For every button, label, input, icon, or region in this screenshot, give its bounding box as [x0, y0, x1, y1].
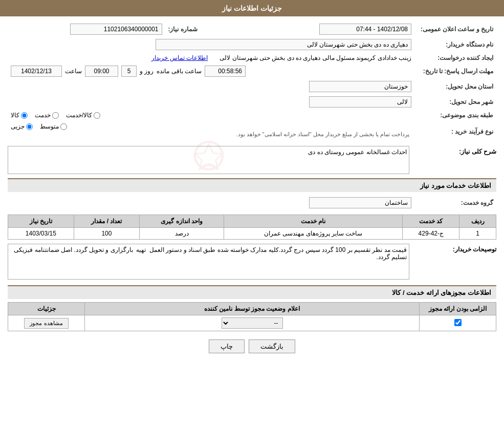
deadline-day-label: روز و	[140, 68, 154, 75]
process-minor-label: جزیی	[11, 123, 25, 130]
back-button[interactable]: بازگشت	[249, 339, 295, 353]
buyer-desc-label: توصیحات خریدار:	[414, 244, 496, 253]
service-group-value	[8, 195, 414, 210]
service-group-table: گروه خدمت:	[8, 195, 496, 210]
cell-row: 1	[459, 228, 496, 240]
col-date: تاریخ نیاز	[8, 215, 74, 228]
cell-qty: 100	[74, 228, 140, 240]
category-kala-label: کالا	[11, 112, 19, 119]
deadline-time-label: ساعت	[65, 68, 82, 75]
need-number-input	[70, 24, 162, 35]
perm-col-status: اعلام وضعیت مجوز توسط نامین کننده	[85, 303, 420, 315]
license-table: الزامی بودن ارائه مجوز اعلام وضعیت مجوز …	[8, 302, 496, 331]
category-kala: کالا	[11, 112, 28, 119]
deadline-date-input	[11, 66, 62, 77]
process-radio-medium[interactable]	[60, 123, 67, 130]
process-note: پرداخت تمام یا بخشی از مبلغ خریدار محل "…	[11, 131, 411, 138]
city-label: شهر محل تحویل:	[414, 94, 496, 110]
process-label: نوع فرآیند خرید :	[414, 121, 496, 142]
contact-link[interactable]: اطلاعات تماس خریدار	[151, 54, 208, 61]
col-name: نام خدمت	[224, 215, 402, 228]
page-container: جزئیات اطلاعات نیاز تاریخ و ساعت اعلان ع…	[0, 0, 504, 448]
col-code: کد خدمت	[403, 215, 459, 228]
perm-required-checkbox[interactable]	[454, 319, 462, 326]
perm-details-cell: مشاهده مجوز	[8, 315, 85, 331]
creator-value: زینب خدادادی کریموند مسئول مالی دهیاری د…	[220, 54, 411, 61]
need-number-value	[8, 22, 165, 37]
deadline-row: ساعت باقی مانده روز و ساعت	[8, 63, 414, 79]
buyer-desc-input[interactable]	[8, 244, 409, 280]
category-kala-khidmat: کالا/خدمت	[66, 112, 100, 119]
category-kala-khidmat-label: کالا/خدمت	[66, 112, 92, 119]
buyer-desc-container	[8, 244, 409, 281]
province-input	[309, 81, 411, 92]
services-grid: ردیف کد خدمت نام خدمت واحد اندازه گیری ت…	[8, 215, 496, 240]
page-header: جزئیات اطلاعات نیاز	[0, 0, 504, 16]
pub-date-value	[257, 22, 415, 37]
pub-date-label: تاریخ و ساعت اعلان عمومی:	[414, 22, 496, 37]
process-medium-label: متوسط	[40, 123, 59, 130]
info-table: تاریخ و ساعت اعلان عمومی: شماره نیاز: نا…	[8, 22, 496, 142]
view-license-button[interactable]: مشاهده مجوز	[24, 318, 68, 329]
perm-col-required: الزامی بودن ارائه مجوز	[420, 303, 496, 315]
cell-code: ج-42-429	[403, 228, 459, 240]
org-name-input	[156, 39, 411, 50]
perm-table-row: -- مشاهده مجوز	[8, 315, 496, 331]
process-medium: متوسط	[40, 123, 67, 130]
license-section-header: اطلاعات مجوزهای ارائه خدمت / کالا	[8, 285, 496, 299]
province-value	[8, 79, 414, 94]
process-row: متوسط جزیی پرداخت تمام یا بخشی از مبلغ خ…	[8, 121, 414, 142]
deadline-days-input	[121, 66, 137, 77]
process-minor: جزیی	[11, 123, 33, 130]
col-qty: تعداد / مقدار	[74, 215, 140, 228]
need-desc-container: document.querySelector('[data-name="need…	[8, 146, 409, 174]
page-title: جزئیات اطلاعات نیاز	[222, 4, 282, 12]
province-label: استان محل تحویل:	[414, 79, 496, 94]
deadline-remaining-input	[205, 66, 246, 77]
deadline-time-input	[85, 66, 118, 77]
category-label: طبقه بندی موضوعی:	[414, 110, 496, 121]
print-button[interactable]: چاپ	[209, 339, 245, 353]
creator-row: زینب خدادادی کریموند مسئول مالی دهیاری د…	[8, 52, 414, 63]
col-row: ردیف	[459, 215, 496, 228]
need-desc-input[interactable]	[8, 146, 409, 174]
org-name-value	[8, 37, 414, 52]
table-row: 1 ج-42-429 ساخت سایر پروژه‌های مهندسی عم…	[8, 228, 496, 240]
city-value	[8, 94, 414, 110]
perm-col-details: جزئیات	[8, 303, 85, 315]
process-radio-minor[interactable]	[26, 123, 33, 130]
need-desc-label: شرح کلی نیاز:	[414, 146, 496, 155]
service-group-input	[309, 197, 411, 208]
category-radio-kala[interactable]	[21, 112, 28, 119]
perm-status-select[interactable]: --	[222, 317, 283, 329]
service-group-label: گروه خدمت:	[414, 195, 496, 210]
category-radio-kala-khidmat[interactable]	[94, 112, 100, 119]
need-number-label: شماره نیاز:	[165, 22, 247, 37]
bottom-buttons: بازگشت چاپ	[8, 339, 496, 353]
cell-name: ساخت سایر پروژه‌های مهندسی عمران	[224, 228, 402, 240]
category-row: کالا/خدمت خدمت کالا	[8, 110, 414, 121]
perm-required-cell	[420, 315, 496, 331]
category-khidmat: خدمت	[35, 112, 59, 119]
services-section-header: اطلاعات خدمات مورد نیاز	[8, 178, 496, 192]
perm-status-cell: --	[85, 315, 420, 331]
cell-unit: درصد	[140, 228, 224, 240]
city-input	[309, 96, 411, 108]
deadline-label: مهلت ارسال پاسخ: تا تاریخ:	[414, 63, 496, 79]
deadline-remaining-label: ساعت باقی مانده	[157, 68, 202, 75]
main-content: تاریخ و ساعت اعلان عمومی: شماره نیاز: نا…	[0, 16, 504, 364]
org-name-label: نام دستگاه خریدار:	[414, 37, 496, 52]
category-radio-khidmat[interactable]	[52, 112, 59, 119]
pub-date-input	[319, 24, 411, 35]
cell-date: 1403/03/15	[8, 228, 74, 240]
col-unit: واحد اندازه گیری	[140, 215, 224, 228]
creator-label: ایجاد کننده درخواست:	[414, 52, 496, 63]
category-khidmat-label: خدمت	[35, 112, 51, 119]
